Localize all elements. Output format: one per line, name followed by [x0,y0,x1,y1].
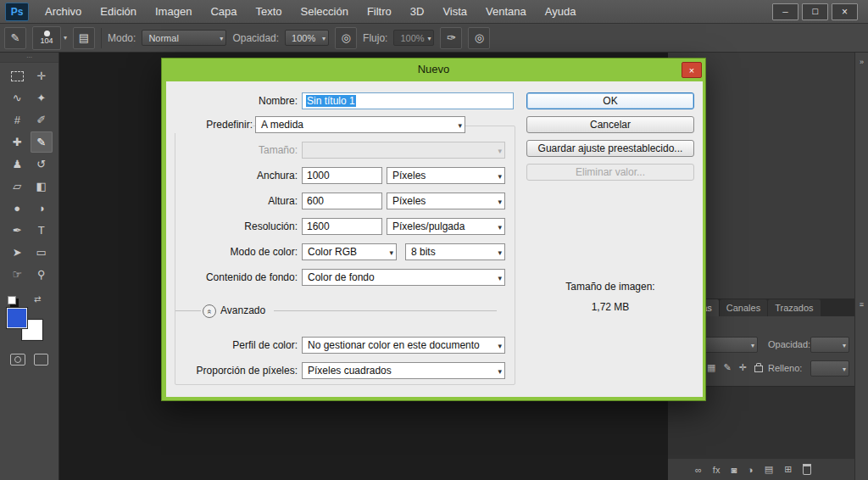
chevron-down-icon[interactable]: ▾ [64,34,67,42]
quick-selection-tool-icon[interactable]: ✦ [31,87,53,109]
lasso-tool-icon[interactable]: ∿ [6,87,28,109]
hand-tool-icon[interactable]: ☞ [6,264,28,285]
profundidad-value: 8 bits [411,246,436,258]
menu-capa[interactable]: Capa [201,0,246,24]
airbrush-icon[interactable]: ✑ [440,27,462,49]
chevron-down-icon: ▾ [498,143,502,159]
menu-seleccion[interactable]: Selección [292,0,358,24]
crop-tool-icon[interactable]: # [6,109,28,131]
dodge-tool-icon[interactable]: ◑ [31,198,53,219]
menu-filtro[interactable]: Filtro [358,0,401,24]
blur-glyph: ● [14,202,20,215]
perfil-select[interactable]: No gestionar color en este documento ▾ [302,337,505,354]
move-tool-icon[interactable]: ✛ [31,65,53,87]
brush-size-picker[interactable]: 104 [32,26,61,50]
menu-edicion[interactable]: Edición [91,0,146,24]
lock-pixels-icon[interactable]: ✎ [723,360,731,374]
modo-color-select[interactable]: Color RGB ▾ [302,243,397,260]
altura-unit-select[interactable]: Píxeles ▾ [387,193,505,209]
resolucion-input[interactable] [302,218,382,235]
anchura-unit-select[interactable]: Píxeles ▾ [387,167,505,184]
nombre-input[interactable]: Sin título 1 [302,92,514,109]
predefinir-select[interactable]: A medida ▾ [255,116,465,133]
chevron-down-icon: ▾ [843,338,846,354]
chevron-down-icon: ▾ [322,31,326,47]
type-tool-icon[interactable]: T [31,220,53,241]
menu-imagen[interactable]: Imagen [146,0,201,24]
path-selection-tool-icon[interactable]: ➤ [6,242,28,263]
guardar-ajuste-button[interactable]: Guardar ajuste preestablecido... [526,140,694,157]
menu-vista[interactable]: Vista [433,0,476,24]
pressure-size-icon[interactable]: ◎ [468,27,490,49]
link-layers-icon[interactable]: ∞ [695,465,702,475]
blur-tool-icon[interactable]: ● [6,198,28,219]
brush-size-value: 104 [40,37,53,45]
opacity-dropdown[interactable]: 100% ▾ [285,30,329,46]
new-group-icon[interactable]: ▤ [765,464,773,475]
lock-transparency-icon[interactable]: ▦ [707,360,715,374]
window-close-button[interactable]: × [832,3,858,20]
layer-opacity-value[interactable]: ▾ [810,337,849,353]
delete-layer-icon[interactable] [803,464,811,475]
chevron-down-icon: ▾ [498,271,502,286]
minimize-button[interactable]: ─ [772,3,798,20]
zoom-tool-icon[interactable]: ⚲ [31,264,53,285]
tab-canales[interactable]: Canales [720,299,767,316]
lock-all-icon[interactable] [754,366,763,372]
toolbar-handle-icon[interactable]: ⋯ [0,53,58,63]
eraser-tool-icon[interactable]: ▱ [6,176,28,197]
tamano-label: Tamaño: [166,142,298,159]
tool-preset-icon[interactable]: ✎ [4,27,26,49]
menu-archivo[interactable]: Archivo [36,0,91,24]
window-controls: ─ ☐ × [772,3,858,20]
lock-position-icon[interactable]: ✛ [739,360,747,374]
dialog-body: Nombre: Sin título 1 Predefinir: A medid… [166,81,703,397]
menu-texto[interactable]: Texto [246,0,291,24]
collapse-avanzado-button[interactable]: « [203,304,216,318]
perfil-label: Perfil de color: [166,337,298,354]
menu-ventana[interactable]: Ventana [476,0,536,24]
history-brush-tool-icon[interactable]: ↺ [31,153,53,175]
screen-mode-icon[interactable] [34,354,48,366]
new-layer-icon[interactable]: ⊞ [784,464,792,475]
resolucion-unit-select[interactable]: Píxeles/pulgada ▾ [387,218,505,235]
clone-stamp-tool-icon[interactable]: ♟ [6,153,28,175]
dock-collapse-strip: » ≡ [854,53,868,480]
profundidad-select[interactable]: 8 bits ▾ [405,243,505,260]
altura-input[interactable] [302,193,382,209]
quick-mask-icon[interactable] [10,354,25,366]
shape-tool-icon[interactable]: ▭ [31,242,53,263]
cancelar-button[interactable]: Cancelar [526,116,694,133]
flow-dropdown[interactable]: 100% ▾ [393,30,434,46]
proporcion-value: Píxeles cuadrados [308,365,392,377]
tab-trazados[interactable]: Trazados [768,299,820,316]
contenido-select[interactable]: Color de fondo ▾ [302,269,505,286]
brush-panel-toggle-icon[interactable]: ▤ [73,27,95,49]
expand-panels-icon[interactable]: » [855,58,868,66]
ok-button[interactable]: OK [526,92,694,109]
swap-colors-icon[interactable]: ⇄ [34,294,41,304]
healing-brush-tool-icon[interactable]: ✚ [6,131,28,153]
foreground-color-swatch[interactable] [7,308,27,328]
gradient-glyph: ◧ [36,180,47,193]
flujo-label: Flujo: [363,32,387,44]
rectangular-marquee-tool-icon[interactable] [6,65,28,87]
maximize-button[interactable]: ☐ [802,3,828,20]
brush-tool-icon[interactable]: ✎ [31,131,53,153]
layer-fill-value[interactable]: ▾ [810,360,849,377]
adjustment-layer-icon[interactable]: ◑ [748,465,754,475]
pen-tool-icon[interactable]: ✒ [6,220,28,241]
anchura-input[interactable] [302,167,382,184]
layer-effects-icon[interactable]: fx [713,465,721,475]
blend-mode-dropdown[interactable]: Normal ▾ [142,30,226,46]
layer-mask-icon[interactable]: ◙ [731,465,737,475]
pressure-opacity-icon[interactable]: ◎ [335,27,357,49]
menu-3d[interactable]: 3D [401,0,434,24]
default-colors-icon[interactable] [8,296,16,304]
gradient-tool-icon[interactable]: ◧ [31,176,53,197]
panel-menu-icon[interactable]: ≡ [855,300,868,309]
menu-ayuda[interactable]: Ayuda [536,0,586,24]
dialog-close-button[interactable]: × [682,62,702,78]
proporcion-select[interactable]: Píxeles cuadrados ▾ [302,362,505,379]
eyedropper-tool-icon[interactable]: ✐ [31,109,53,131]
